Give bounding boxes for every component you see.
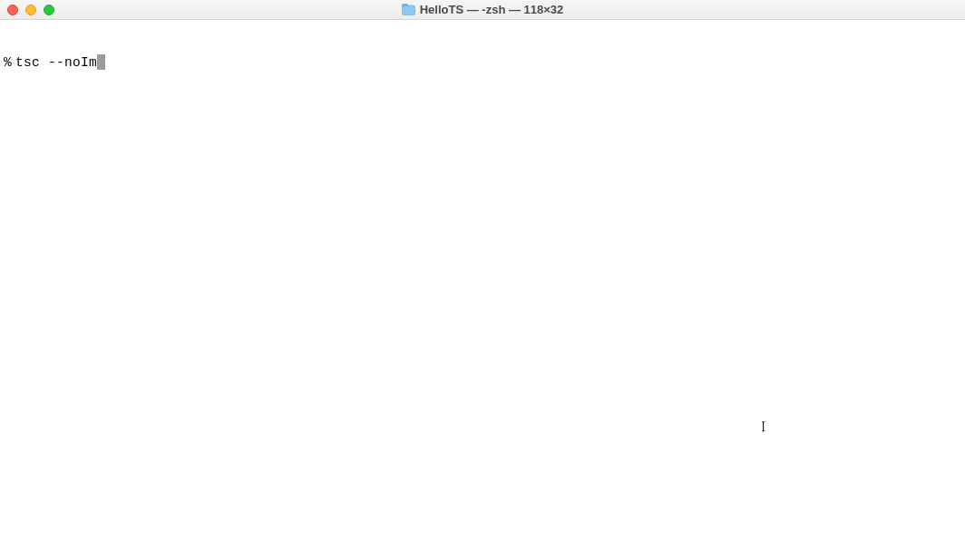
svg-rect-0	[402, 5, 414, 15]
text-cursor	[97, 54, 105, 70]
prompt-symbol: %	[4, 54, 15, 71]
window-title: HelloTS — -zsh — 118×32	[420, 3, 564, 16]
title-container: HelloTS — -zsh — 118×32	[0, 3, 965, 16]
traffic-lights	[7, 5, 54, 15]
folder-icon	[402, 4, 415, 15]
zoom-button[interactable]	[44, 5, 54, 15]
close-button[interactable]	[7, 5, 18, 15]
command-input[interactable]: tsc --noIm	[15, 54, 97, 71]
ibeam-cursor-icon: I	[762, 419, 765, 435]
minimize-button[interactable]	[25, 5, 36, 15]
titlebar: HelloTS — -zsh — 118×32	[0, 0, 965, 20]
terminal-body[interactable]: % tsc --noIm	[0, 20, 965, 89]
prompt-line: % tsc --noIm	[4, 54, 961, 71]
